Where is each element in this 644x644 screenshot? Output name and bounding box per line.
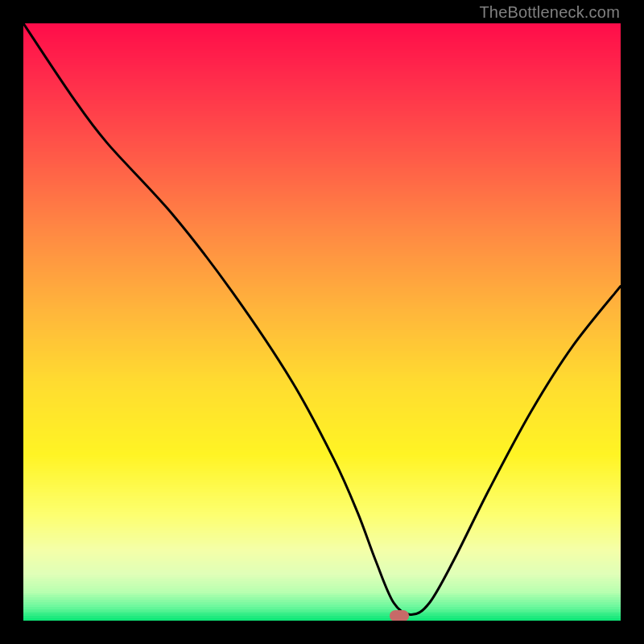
bottleneck-curve <box>23 23 621 615</box>
chart-stage: TheBottleneck.com <box>0 0 644 644</box>
watermark-label: TheBottleneck.com <box>479 3 620 22</box>
plot-area <box>23 23 621 621</box>
optimal-marker <box>390 610 409 621</box>
curve-layer <box>23 23 621 621</box>
